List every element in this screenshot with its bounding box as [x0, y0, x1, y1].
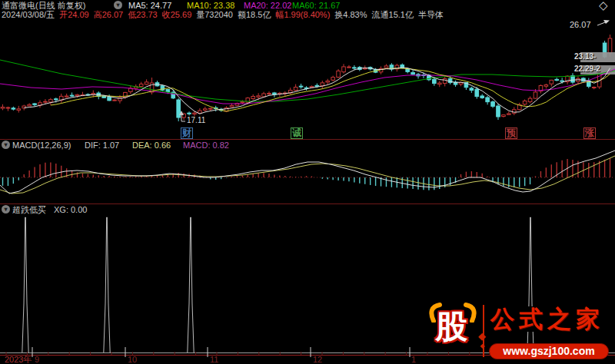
- stock-app-window: 通富微电(日线 前复权) ▾ MA5: 24.77 MA10: 23.38 MA…: [0, 0, 615, 364]
- signal-indicator-name: 超跌低买: [12, 205, 46, 214]
- watermark-yu: 预: [505, 127, 517, 139]
- date-label: 2024/03/08/五: [2, 10, 55, 19]
- macd-value: MACD: 0.82: [183, 141, 229, 150]
- axis-month-10: 10: [128, 356, 137, 364]
- ma10-label: MA10: 23.38: [187, 1, 234, 10]
- collapse-macd-icon[interactable]: ▾: [2, 141, 10, 149]
- amount-value: 额18.5亿: [238, 10, 271, 19]
- last-high-label: 26.07: [570, 20, 591, 29]
- ma20-line: [0, 69, 615, 104]
- macd-header: ▾ MACD(12,26,9) DIF: 1.07 DEA: 0.66 MACD…: [0, 141, 615, 150]
- dea-line: [0, 156, 615, 194]
- dif-line: [0, 151, 615, 194]
- xg-value: XG: 0.00: [54, 205, 87, 214]
- logo-site-name: 公式之家: [490, 306, 604, 332]
- signal-spike: [104, 217, 110, 352]
- close-value: 收25.69: [162, 10, 192, 19]
- low-value: 低23.73: [128, 10, 158, 19]
- float-value: 流通15.1亿: [372, 10, 414, 19]
- gap-upper-label: 23.13-: [574, 52, 596, 61]
- turnover-value: 换4.83%: [334, 10, 367, 19]
- gap-lower-label: 22.29-2: [574, 65, 600, 73]
- logo-site-url: www.gszj100.com: [489, 343, 609, 359]
- open-value: 开24.09: [59, 10, 89, 19]
- ma5-label: MA5: 24.77: [128, 1, 171, 10]
- ma5-line: [24, 68, 610, 114]
- header-line1: 通富微电(日线 前复权) ▾ MA5: 24.77 MA10: 23.38 MA…: [0, 1, 615, 10]
- axis-year-label: 2023年: [5, 356, 32, 364]
- gszj-logo: 股 ◆ ◆ 公式之家 www.gszj100.com: [424, 301, 615, 364]
- logo-gu-character: 股: [435, 310, 467, 344]
- sep-low-label: 17.11: [187, 116, 205, 124]
- high-value: 高26.07: [94, 10, 124, 19]
- signal-header: ▾ 超跌低买 XG: 0.00: [0, 205, 615, 214]
- change-value: 幅1.99(8.40%): [275, 10, 330, 19]
- watermark-cai: 财: [181, 127, 193, 139]
- sector-label: 半导体: [418, 10, 444, 19]
- axis-month-11: 11: [210, 356, 218, 364]
- volume-value: 量732040: [196, 10, 233, 19]
- watermark-cheng: 诚: [291, 127, 303, 139]
- annotation-arrows: [179, 20, 610, 121]
- axis-month-9: 9: [35, 356, 39, 364]
- watermark-zhang: 涨: [583, 127, 596, 139]
- logo-diamond-icon: ◆: [478, 330, 486, 342]
- stock-title: 通富微电(日线 前复权): [2, 1, 85, 10]
- diamond-marker-icon[interactable]: ◇: [599, 1, 608, 10]
- macd-indicator-name: MACD(12,26,9): [12, 141, 71, 150]
- ma20-label: MA20: 22.02: [244, 1, 291, 10]
- signal-spike: [188, 217, 194, 352]
- signal-spike: [22, 217, 28, 352]
- macd-panel: [0, 151, 615, 194]
- axis-month-12: 12: [313, 356, 322, 364]
- logo-diamond-small-icon: ◆: [480, 342, 485, 349]
- axis-month-1: 1: [411, 356, 416, 364]
- header-line2: 2024/03/08/五 开24.09 高26.07 低23.73 收25.69…: [2, 10, 444, 19]
- collapse-main-icon[interactable]: ▾: [114, 1, 122, 9]
- candlestick-series: [1, 35, 612, 121]
- dif-value: DIF: 1.07: [85, 141, 119, 150]
- ma60-label: MA60: 21.67: [292, 1, 340, 10]
- dea-value: DEA: 0.66: [132, 141, 171, 150]
- collapse-signal-icon[interactable]: ▾: [2, 205, 10, 213]
